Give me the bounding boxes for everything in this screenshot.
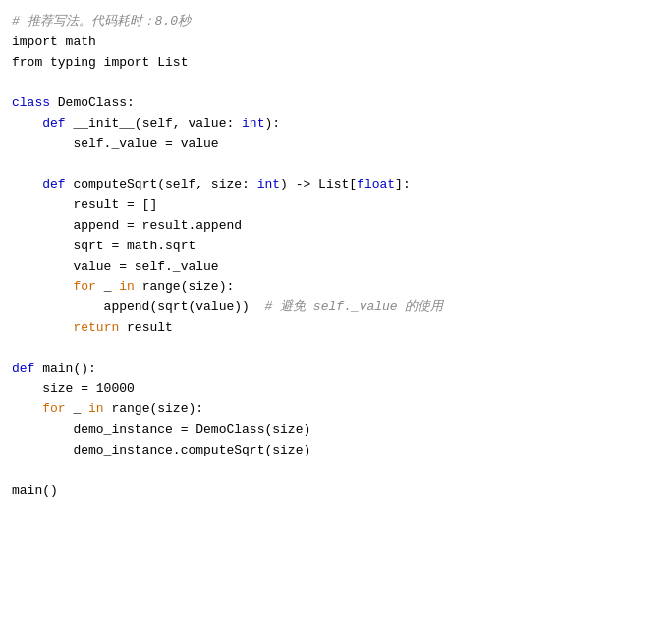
line-compute-call: demo_instance.computeSqrt(size) (12, 441, 658, 461)
line-main-def: def main(): (12, 359, 658, 380)
blank-line-4 (12, 461, 658, 482)
blank-line-1 (12, 73, 658, 93)
code-container: # 推荐写法。代码耗时：8.0秒 import math from typing… (4, 8, 666, 506)
blank-line-3 (12, 339, 658, 359)
line-for-loop: for _ in range(size): (12, 277, 658, 297)
line-class-def: class DemoClass: (12, 93, 658, 114)
line-append-assign: append = result.append (12, 216, 658, 237)
line-init-def: def __init__(self, value: int): (12, 114, 658, 134)
line-result-assign: result = [] (12, 195, 658, 216)
line-compute-def: def computeSqrt(self, size: int) -> List… (12, 175, 658, 195)
line-append-call: append(sqrt(value)) # 避免 self._value 的使用 (12, 297, 658, 318)
line-size-assign: size = 10000 (12, 379, 658, 400)
line-return-stmt: return result (12, 318, 658, 339)
line-sqrt-assign: sqrt = math.sqrt (12, 237, 658, 257)
line-import-math: import math (12, 32, 658, 53)
header-comment: # 推荐写法。代码耗时：8.0秒 (12, 12, 658, 32)
line-main-call: main() (12, 481, 658, 502)
line-value-assign: value = self._value (12, 257, 658, 278)
line-from-typing: from typing import List (12, 53, 658, 74)
line-self-value: self._value = value (12, 134, 658, 155)
blank-line-2 (12, 155, 658, 176)
line-demo-instance: demo_instance = DemoClass(size) (12, 420, 658, 441)
line-for-loop2: for _ in range(size): (12, 400, 658, 420)
